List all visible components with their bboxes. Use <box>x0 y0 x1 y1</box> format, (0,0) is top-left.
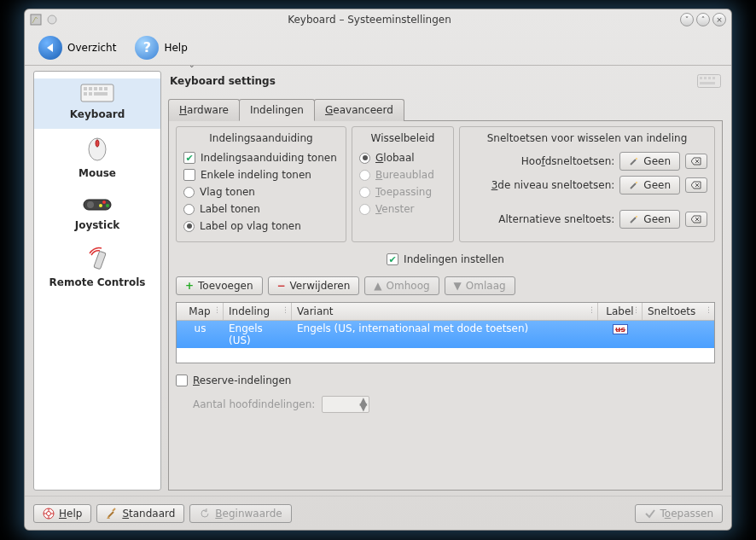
up-icon: ▲ <box>374 280 381 292</box>
main-shortcut-clear[interactable] <box>685 154 707 169</box>
svg-point-18 <box>99 204 102 207</box>
close-button[interactable]: × <box>712 13 726 26</box>
remote-icon <box>84 245 110 270</box>
minimize-button[interactable]: ˅ <box>680 13 694 26</box>
lifebuoy-icon <box>43 508 55 520</box>
table-row[interactable]: us Engels (US) Engels (US, internationaa… <box>177 321 714 348</box>
cell-label: us <box>598 321 643 348</box>
svg-point-16 <box>102 200 106 204</box>
footer-standard-button[interactable]: Standaard <box>96 504 184 523</box>
sidebar: Keyboard Mouse Joystick Remote Controls <box>33 71 161 491</box>
add-button[interactable]: +Toevoegen <box>176 276 263 295</box>
overview-label: Overzicht <box>67 42 116 54</box>
down-button[interactable]: ▼Omlaag <box>445 276 515 295</box>
group-title: Indelingsaanduiding <box>183 131 339 149</box>
joystick-icon <box>82 193 113 213</box>
help-label: Help <box>164 42 187 54</box>
group-title: Sneltoetsen voor wisselen van indeling <box>467 131 707 149</box>
svg-rect-10 <box>94 92 108 96</box>
radio-application[interactable]: Toepassing <box>359 183 446 200</box>
radio-desktop[interactable]: Bureaublad <box>359 166 446 183</box>
up-button[interactable]: ▲Omhoog <box>364 276 439 295</box>
footer-apply-button: Toepassen <box>635 504 724 523</box>
check-reserve[interactable]: Reserve-indelingen <box>176 372 715 389</box>
th-indeling[interactable]: Indeling⋮ <box>224 303 292 320</box>
chevron-down-icon[interactable]: ⌄ <box>189 61 195 69</box>
cell-map: us <box>177 321 224 348</box>
layout-buttons: +Toevoegen −Verwijderen ▲Omhoog ▼Omlaag <box>176 275 715 297</box>
main-count-label: Aantal hoofdindelingen: <box>193 398 315 410</box>
svg-rect-0 <box>31 15 41 25</box>
svg-rect-23 <box>708 77 711 79</box>
svg-rect-9 <box>89 92 92 96</box>
layout-table[interactable]: Map⋮ Indeling⋮ Variant⋮ Label⋮ Sneltoets… <box>176 302 715 363</box>
svg-rect-5 <box>94 87 97 90</box>
svg-point-13 <box>96 140 99 147</box>
sidebar-item-label: Remote Controls <box>34 276 160 288</box>
sidebar-item-remote[interactable]: Remote Controls <box>34 240 160 297</box>
cell-indeling: Engels (US) <box>224 321 292 348</box>
tab-indelingen[interactable]: Indelingen <box>239 99 315 121</box>
footer-help-button[interactable]: Help <box>33 504 91 523</box>
plus-icon: + <box>185 280 194 292</box>
check-configure-layouts[interactable]: ✔Indelingen instellen <box>387 251 504 268</box>
check-show-indicator[interactable]: ✔Indelingsaanduiding tonen <box>183 149 339 166</box>
overview-button[interactable]: Overzicht <box>32 32 123 63</box>
page-title: Keyboard settings <box>170 75 276 87</box>
sidebar-item-mouse[interactable]: Mouse <box>34 129 160 188</box>
tab-geavanceerd[interactable]: Geavanceerd <box>314 99 404 121</box>
th-label[interactable]: Label⋮ <box>598 303 643 320</box>
svg-rect-4 <box>89 87 92 90</box>
svg-rect-20 <box>698 75 721 88</box>
footer-reset-button: Beginwaarde <box>189 504 291 523</box>
broom-icon <box>106 508 118 520</box>
svg-point-27 <box>636 182 637 183</box>
check-single-layout[interactable]: Enkele indeling tonen <box>183 166 339 183</box>
radio-show-flag[interactable]: Vlag tonen <box>183 183 339 200</box>
remove-button[interactable]: −Verwijderen <box>268 276 360 295</box>
cell-sneltoets <box>643 321 714 348</box>
sidebar-item-label: Keyboard <box>34 108 160 120</box>
third-shortcut-clear[interactable] <box>685 177 707 193</box>
svg-rect-3 <box>84 87 87 90</box>
main-count-spinner: ▲▼ <box>322 396 369 413</box>
back-arrow-icon <box>38 36 62 60</box>
radio-window[interactable]: Venster <box>359 200 446 218</box>
radio-global[interactable]: Globaal <box>359 149 446 166</box>
undo-icon <box>199 508 211 520</box>
svg-point-1 <box>48 15 56 24</box>
radio-show-label[interactable]: Label tonen <box>183 200 339 218</box>
help-button[interactable]: ? Help <box>128 32 194 63</box>
down-icon: ▼ <box>454 280 462 292</box>
tab-hardware[interactable]: Hardware <box>168 99 240 121</box>
wand-icon <box>629 214 639 224</box>
third-shortcut-button[interactable]: Geen <box>619 176 680 195</box>
table-header: Map⋮ Indeling⋮ Variant⋮ Label⋮ Sneltoets… <box>177 303 714 321</box>
th-sneltoets[interactable]: Sneltoets⋮ <box>643 303 714 320</box>
clear-icon <box>691 215 701 224</box>
alt-shortcut-clear[interactable] <box>685 212 707 227</box>
main-shortcut-button[interactable]: Geen <box>619 152 680 171</box>
sidebar-item-keyboard[interactable]: Keyboard <box>34 78 160 129</box>
app-icon <box>30 14 42 26</box>
radio-show-label-on-flag[interactable]: Label op vlag tonen <box>183 218 339 235</box>
help-icon: ? <box>135 36 159 60</box>
keyboard-small-icon <box>697 74 721 88</box>
clear-icon <box>691 181 701 189</box>
minus-icon: − <box>277 280 286 292</box>
th-map[interactable]: Map⋮ <box>177 303 224 320</box>
titlebar-extra-icon <box>45 13 59 26</box>
keyboard-icon <box>80 84 114 102</box>
group-title: Wisselbeleid <box>359 131 446 149</box>
svg-point-30 <box>47 511 51 515</box>
sidebar-item-joystick[interactable]: Joystick <box>34 188 160 240</box>
maximize-button[interactable]: ˄ <box>696 13 710 26</box>
alt-shortcut-button[interactable]: Geen <box>619 210 680 229</box>
th-variant[interactable]: Variant⋮ <box>292 303 598 320</box>
svg-rect-19 <box>94 251 106 270</box>
mouse-icon <box>86 134 108 161</box>
group-policy: Wisselbeleid Globaal Bureaublad Toepassi… <box>352 126 454 242</box>
toolbar: Overzicht ? Help ⌄ <box>25 30 731 66</box>
svg-rect-8 <box>84 92 87 96</box>
svg-rect-6 <box>99 87 102 90</box>
